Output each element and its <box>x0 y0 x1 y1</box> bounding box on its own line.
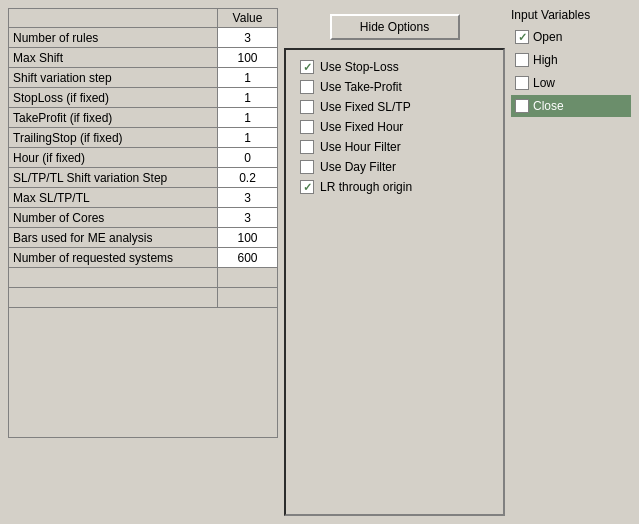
var-label-close: Close <box>533 99 564 113</box>
param-label: Hour (if fixed) <box>9 148 218 168</box>
var-checkbox-high[interactable] <box>515 53 529 67</box>
option-label-lr-origin: LR through origin <box>320 180 412 194</box>
middle-panel: Hide Options ✓Use Stop-LossUse Take-Prof… <box>284 8 505 516</box>
table-row: TakeProfit (if fixed)1 <box>9 108 278 128</box>
table-row: StopLoss (if fixed)1 <box>9 88 278 108</box>
var-item-low[interactable]: Low <box>511 72 631 94</box>
table-row: Hour (if fixed)0 <box>9 148 278 168</box>
param-value[interactable]: 1 <box>218 108 278 128</box>
param-label: Max Shift <box>9 48 218 68</box>
table-row: SL/TP/TL Shift variation Step0.2 <box>9 168 278 188</box>
param-label: TrailingStop (if fixed) <box>9 128 218 148</box>
table-row: Max SL/TP/TL3 <box>9 188 278 208</box>
params-table: Value Number of rules3Max Shift100Shift … <box>8 8 278 308</box>
checkbox-day-filter[interactable] <box>300 160 314 174</box>
table-row: Max Shift100 <box>9 48 278 68</box>
option-label-hour-filter: Use Hour Filter <box>320 140 401 154</box>
col-label-header <box>9 9 218 28</box>
main-container: Value Number of rules3Max Shift100Shift … <box>0 0 639 524</box>
var-checkbox-low[interactable] <box>515 76 529 90</box>
param-label: Max SL/TP/TL <box>9 188 218 208</box>
checkmark: ✓ <box>303 61 312 74</box>
var-checkbox-open[interactable]: ✓ <box>515 30 529 44</box>
param-value[interactable]: 1 <box>218 68 278 88</box>
left-panel: Value Number of rules3Max Shift100Shift … <box>8 8 278 516</box>
table-row-empty <box>9 268 278 288</box>
option-lr-origin[interactable]: ✓LR through origin <box>300 180 489 194</box>
option-stop-loss[interactable]: ✓Use Stop-Loss <box>300 60 489 74</box>
option-label-day-filter: Use Day Filter <box>320 160 396 174</box>
param-label: Number of rules <box>9 28 218 48</box>
param-value[interactable]: 3 <box>218 28 278 48</box>
param-label: Number of Cores <box>9 208 218 228</box>
option-hour-filter[interactable]: Use Hour Filter <box>300 140 489 154</box>
var-list: ✓OpenHighLowClose <box>511 26 631 117</box>
table-row: Number of rules3 <box>9 28 278 48</box>
param-value[interactable]: 1 <box>218 88 278 108</box>
option-fixed-hour[interactable]: Use Fixed Hour <box>300 120 489 134</box>
checkbox-fixed-sltp[interactable] <box>300 100 314 114</box>
table-row: Number of Cores3 <box>9 208 278 228</box>
var-label-low: Low <box>533 76 555 90</box>
checkmark: ✓ <box>518 31 527 44</box>
param-label: TakeProfit (if fixed) <box>9 108 218 128</box>
param-value[interactable]: 1 <box>218 128 278 148</box>
option-label-take-profit: Use Take-Profit <box>320 80 402 94</box>
col-value-header: Value <box>218 9 278 28</box>
param-label: Number of requested systems <box>9 248 218 268</box>
right-panel: Input Variables ✓OpenHighLowClose <box>511 8 631 516</box>
checkmark: ✓ <box>303 181 312 194</box>
param-value[interactable]: 100 <box>218 228 278 248</box>
table-row: Bars used for ME analysis100 <box>9 228 278 248</box>
table-row: Shift variation step1 <box>9 68 278 88</box>
checkbox-take-profit[interactable] <box>300 80 314 94</box>
param-label: StopLoss (if fixed) <box>9 88 218 108</box>
table-row: TrailingStop (if fixed)1 <box>9 128 278 148</box>
var-checkbox-close[interactable] <box>515 99 529 113</box>
option-label-fixed-hour: Use Fixed Hour <box>320 120 403 134</box>
hide-options-button[interactable]: Hide Options <box>330 14 460 40</box>
bottom-area <box>8 308 278 438</box>
checkbox-lr-origin[interactable]: ✓ <box>300 180 314 194</box>
var-item-open[interactable]: ✓Open <box>511 26 631 48</box>
param-value[interactable]: 600 <box>218 248 278 268</box>
checkbox-fixed-hour[interactable] <box>300 120 314 134</box>
options-box: ✓Use Stop-LossUse Take-ProfitUse Fixed S… <box>284 48 505 516</box>
var-label-open: Open <box>533 30 562 44</box>
param-value[interactable]: 3 <box>218 188 278 208</box>
checkbox-stop-loss[interactable]: ✓ <box>300 60 314 74</box>
var-item-high[interactable]: High <box>511 49 631 71</box>
option-take-profit[interactable]: Use Take-Profit <box>300 80 489 94</box>
option-label-fixed-sltp: Use Fixed SL/TP <box>320 100 411 114</box>
option-day-filter[interactable]: Use Day Filter <box>300 160 489 174</box>
option-fixed-sltp[interactable]: Use Fixed SL/TP <box>300 100 489 114</box>
param-value[interactable]: 3 <box>218 208 278 228</box>
input-variables-title: Input Variables <box>511 8 631 22</box>
var-item-close[interactable]: Close <box>511 95 631 117</box>
param-label: Bars used for ME analysis <box>9 228 218 248</box>
param-value[interactable]: 100 <box>218 48 278 68</box>
param-label: SL/TP/TL Shift variation Step <box>9 168 218 188</box>
param-label: Shift variation step <box>9 68 218 88</box>
checkbox-hour-filter[interactable] <box>300 140 314 154</box>
param-value[interactable]: 0 <box>218 148 278 168</box>
option-label-stop-loss: Use Stop-Loss <box>320 60 399 74</box>
param-value[interactable]: 0.2 <box>218 168 278 188</box>
table-row: Number of requested systems600 <box>9 248 278 268</box>
table-row-empty <box>9 288 278 308</box>
var-label-high: High <box>533 53 558 67</box>
